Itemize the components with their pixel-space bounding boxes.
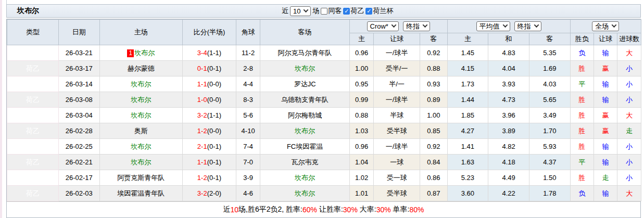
home-team-name[interactable]: 坎布尔: [131, 96, 151, 104]
league-type-cell: 荷乙: [7, 108, 59, 123]
table-row: 荷乙26-03-04坎布尔3-2(1-1)5-6阿尔梅勒城0.88半球1.001…: [7, 108, 641, 123]
sub-header-crow-handicap: 让球: [374, 33, 420, 45]
score-cell: 3-4(1-1): [183, 45, 236, 61]
away-team-name[interactable]: 坎布尔: [295, 127, 315, 135]
table-row: 荷乙26-02-21坎布尔1-1(0-1)7-0瓦尔韦克1.04一球0.841.…: [7, 155, 641, 170]
crow-home-odds-cell: 1.04: [349, 155, 373, 170]
result-handicap-cell: 输: [594, 139, 617, 155]
away-team-name[interactable]: 阿尔克马尔青年队: [278, 49, 332, 57]
crow-away-odds-cell: 1.00: [420, 108, 447, 123]
full-time-score: 2-1: [197, 143, 207, 150]
crow-handicap-cell: 受一球: [374, 170, 420, 186]
half-time-score: (0-0): [207, 127, 221, 135]
same-away-checkbox[interactable]: [321, 8, 327, 15]
crow-final-odds-select[interactable]: 终指: [403, 21, 430, 31]
result-wdl-cell: 胜: [570, 139, 594, 155]
summary-text-segment: 大率:: [358, 205, 376, 214]
date-cell: 26-03-17: [58, 61, 99, 76]
home-team-name[interactable]: 坎布尔: [134, 49, 155, 57]
crow-company-value: Crow*: [370, 22, 388, 30]
page-title: 坎布尔: [7, 6, 39, 16]
crow-away-odds-cell: 0.93: [420, 76, 447, 92]
league-type-cell: 荷乙: [7, 61, 59, 76]
crow-home-odds-cell: 0.88: [349, 108, 373, 123]
result-wdl-cell: 胜: [570, 170, 594, 186]
home-team-name[interactable]: 坎布尔: [131, 143, 151, 150]
check-icon: ✓: [367, 8, 371, 14]
result-wdl-cell: 胜: [570, 123, 594, 139]
date-cell: 26-03-21: [58, 45, 99, 61]
summary-text-segment: 让胜率:: [317, 205, 343, 214]
result-wdl-cell: 负: [570, 45, 594, 61]
result-handicap-cell: 赢: [594, 61, 617, 76]
recent-count-select[interactable]: 10: [290, 6, 311, 16]
avg-draw-odds-cell: 3.96: [488, 108, 529, 123]
crow-company-select[interactable]: Crow*: [367, 21, 399, 31]
avg-away-odds-cell: 5.93: [529, 139, 570, 155]
home-team-cell: 坎布尔: [99, 76, 182, 92]
away-team-name[interactable]: 坎布尔: [295, 189, 315, 197]
title-bar: 坎布尔 近 10 场 同客 ✓ 荷乙 ✓ 荷兰杯: [6, 4, 641, 18]
league1-checkbox[interactable]: ✓: [343, 8, 350, 15]
average-select[interactable]: 平均值: [476, 21, 510, 31]
away-team-cell: FC埃因霍温: [260, 139, 350, 155]
sub-header-crow-home: 主: [349, 33, 373, 45]
home-team-cell: 赫尔蒙德: [99, 61, 182, 76]
filter-controls: 近 10 场 同客 ✓ 荷乙 ✓ 荷兰杯: [282, 5, 395, 17]
result-handicap-cell: 走: [594, 170, 617, 186]
home-team-name[interactable]: 奥斯: [134, 127, 148, 135]
crow-away-odds-cell: 0.84: [420, 155, 447, 170]
avg-draw-odds-cell: 4.49: [488, 170, 529, 186]
away-team-name[interactable]: 坎布尔: [295, 65, 315, 72]
home-team-name[interactable]: 阿贾克斯青年队: [117, 174, 165, 182]
league2-checkbox[interactable]: ✓: [365, 8, 372, 15]
result-goals-cell: 走: [617, 123, 641, 139]
avg-draw-odds-cell: 4.18: [488, 155, 529, 170]
away-team-name[interactable]: 坎布尔: [295, 174, 315, 182]
half-time-score: (1-1): [207, 111, 221, 119]
avg-away-odds-cell: 4.37: [529, 155, 570, 170]
sub-header-result-handicap: 让球: [594, 33, 617, 45]
score-cell: 1-0(0-0): [183, 92, 236, 108]
crow-handicap-cell: 半球: [374, 108, 420, 123]
away-team-name[interactable]: FC埃因霍温: [287, 143, 323, 150]
away-team-name[interactable]: 罗达JC: [294, 80, 316, 88]
result-goals-cell: 大: [617, 108, 641, 123]
score-cell: 3-2(1-1): [183, 108, 236, 123]
date-cell: 26-02-17: [58, 170, 99, 186]
avg-home-odds-cell: 1.45: [447, 45, 488, 61]
result-handicap-cell: 输: [594, 155, 617, 170]
corners-cell: 4-4: [236, 76, 260, 92]
crow-away-odds-cell: 0.87: [420, 186, 447, 201]
league-type-cell: 荷乙: [7, 155, 59, 170]
home-team-cell: 坎布尔: [99, 92, 182, 108]
home-team-cell: 坎布尔: [99, 108, 182, 123]
home-team-name[interactable]: 坎布尔: [131, 111, 151, 119]
crow-handicap-cell: 一/球半: [374, 45, 420, 61]
avg-final-odds-select[interactable]: 终指: [514, 21, 541, 31]
full-match-scope-select[interactable]: 全场: [592, 21, 619, 31]
away-team-name[interactable]: 瓦尔韦克: [292, 158, 319, 166]
home-team-cell: 奥斯: [99, 123, 182, 139]
result-goals-cell: 小: [617, 76, 641, 92]
half-time-score: (0-1): [207, 65, 221, 72]
home-team-name[interactable]: 赫尔蒙德: [128, 65, 155, 72]
away-team-name[interactable]: 阿尔梅勒城: [288, 111, 322, 119]
home-team-name[interactable]: 坎布尔: [131, 158, 151, 166]
home-team-name[interactable]: 埃因霍温青年队: [117, 189, 165, 197]
crow-home-odds-cell: 0.95: [349, 76, 373, 92]
half-time-score: (0-1): [207, 158, 221, 166]
avg-home-odds-cell: 5.23: [447, 170, 488, 186]
full-time-score: 3-4: [197, 49, 207, 57]
home-team-name[interactable]: 坎布尔: [131, 80, 151, 88]
home-team-cell: 阿贾克斯青年队: [99, 170, 182, 186]
results-group-header: 全场: [570, 20, 641, 33]
table-row: 荷乙26-03-08坎布尔1-0(0-0)8-3乌德勒支青年队0.99一/球半0…: [7, 92, 641, 108]
crow-home-odds-cell: 1.00: [349, 61, 373, 76]
corners-cell: 2-8: [236, 61, 260, 76]
crow-handicap-cell: 一/球半: [374, 139, 420, 155]
corners-cell: 4-6: [236, 186, 260, 201]
avg-home-odds-cell: 1.41: [447, 139, 488, 155]
summary-text-segment: 10: [231, 206, 239, 214]
away-team-name[interactable]: 乌德勒支青年队: [281, 96, 329, 104]
